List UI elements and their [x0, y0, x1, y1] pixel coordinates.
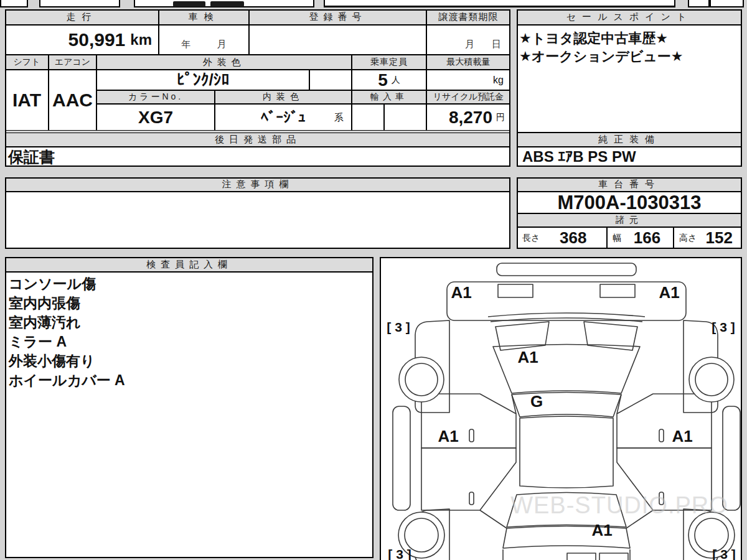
spec-width-value: 166 [621, 228, 673, 248]
aircon-header: エアコン [49, 55, 96, 70]
inspector-header: 検査員記入欄 [5, 257, 374, 272]
mark-tire-front-right: [ 3 ] [712, 320, 735, 334]
later-parts-header: 後日発送部品 [5, 133, 510, 147]
color-no-value: XG7 [96, 104, 215, 131]
spec-height-label: 高さ [674, 233, 697, 244]
mark-tire-rear-right: [ 3 ] [712, 547, 735, 560]
mark-door-left: A1 [438, 427, 458, 446]
interior-color-value: ﾍﾞｰｼﾞｭ 系 [215, 104, 352, 131]
transfer-deadline-value: 月 日 [426, 25, 510, 55]
interior-color-text: ﾍﾞｰｼﾞｭ [261, 109, 306, 126]
windshield [512, 393, 621, 418]
watermark: WEB-STUDIO.PRO [510, 492, 728, 518]
equipment-header: 純正装備 [517, 133, 742, 147]
inspector-item: 室内内張傷 [6, 294, 373, 313]
import-car-cell-2 [384, 104, 426, 131]
inspector-box: コンソール傷 室内内張傷 室内薄汚れ ミラー A 外装小傷有り ホイールカバー … [5, 272, 374, 558]
exterior-color-extra-cell [309, 70, 352, 90]
mileage-value: 50,991 km [5, 25, 159, 55]
shift-header: シフト [5, 55, 49, 70]
mark-windshield: G [530, 392, 543, 411]
recycle-deposit-number: 8,270 [449, 108, 492, 128]
maxload-unit: kg [493, 75, 504, 86]
car-diagram: WEB-STUDIO.PRO A1 A1 A1 G A1 A1 A1 [ 3 ]… [380, 257, 742, 560]
shift-value: IAT [5, 70, 49, 131]
registration-header: 登録番号 [249, 9, 426, 25]
spec-width: 幅 166 [607, 227, 674, 249]
exterior-color-header: 外装色 [96, 55, 352, 70]
mark-rear: A1 [591, 521, 612, 539]
sales-point-item: ★オークションデビュー★ [517, 47, 741, 65]
notes-header: 注意事項欄 [5, 177, 510, 192]
later-parts-value: 保証書 [5, 147, 510, 167]
cut-off-text-fragment [210, 1, 244, 7]
sales-point-item: ★トヨタ認定中古車歴★ [517, 29, 741, 47]
equipment-value: ABS ｴｱB PS PW [517, 147, 742, 167]
chassis-value: M700A-1030313 [517, 192, 742, 213]
transfer-month-label: 月 [465, 39, 474, 50]
door-handle [469, 429, 474, 442]
mileage-header: 走行 [5, 9, 159, 25]
front-plate-right [600, 284, 635, 297]
mark-door-right: A1 [672, 427, 692, 446]
recycle-deposit-header: リサイクル預託金 [426, 90, 510, 104]
grille-line [491, 318, 642, 322]
notes-box [5, 192, 510, 249]
rear-bumper-notch-left [567, 553, 596, 560]
mileage-unit: km [130, 31, 152, 49]
shaken-year-label: 年 [182, 39, 191, 50]
interior-color-header: 内装色 [215, 90, 352, 104]
spec-length-label: 長さ [517, 233, 540, 244]
hood [493, 345, 640, 394]
front-door-left [421, 394, 516, 448]
cut-off-cell [0, 0, 28, 7]
mark-hood: A1 [517, 348, 538, 366]
mark-front-bumper-right: A1 [659, 283, 679, 302]
mark-tire-front-left: [ 3 ] [387, 320, 410, 334]
inspector-item: コンソール傷 [6, 274, 373, 294]
cut-off-cell [688, 0, 710, 7]
grille-line [488, 313, 645, 317]
spec-height-value: 152 [697, 228, 741, 248]
mark-front-bumper-left: A1 [451, 283, 471, 302]
inspector-item: 室内薄汚れ [6, 313, 373, 332]
chassis-header: 車台番号 [517, 177, 742, 192]
interior-color-suffix: 系 [334, 112, 344, 124]
cut-off-cell [710, 0, 744, 7]
spec-length: 長さ 368 [517, 227, 607, 249]
inspector-item: ホイールカバー A [6, 371, 373, 390]
mark-tire-rear-left: [ 3 ] [388, 547, 411, 560]
recycle-deposit-unit: 円 [496, 112, 505, 123]
sales-points-box: ★トヨタ認定中古車歴★ ★オークションデビュー★ [517, 25, 742, 133]
door-handle [469, 492, 474, 505]
capacity-number: 5 [378, 70, 388, 90]
door-handle [659, 429, 664, 442]
auction-sheet: 走行 車検 登録番号 譲渡書類期限 50,991 km 年 月 月 日 シフト … [0, 0, 747, 560]
registration-value [249, 25, 426, 55]
inspector-item: ミラー A [6, 332, 373, 352]
cut-off-text-fragment [173, 1, 205, 7]
import-car-header: 輸入車 [352, 90, 426, 104]
color-no-header: カラーNo. [96, 90, 215, 104]
cut-off-cell [39, 0, 120, 7]
capacity-value: 5 人 [352, 70, 426, 90]
recycle-deposit-value: 8,270 円 [426, 104, 510, 131]
mileage-number: 50,991 [68, 29, 126, 50]
capacity-unit: 人 [392, 75, 400, 86]
maxload-header: 最大積載量 [426, 55, 510, 70]
front-plate-left [498, 284, 533, 297]
spec-height: 高さ 152 [674, 227, 742, 249]
roof-strip [497, 263, 636, 276]
transfer-day-label: 日 [492, 39, 501, 50]
spec-width-label: 幅 [608, 233, 621, 244]
capacity-header: 乗車定員 [352, 55, 426, 70]
import-car-cell-1 [352, 104, 384, 131]
exterior-color-value: ﾋﾟﾝｸ/ｼﾛ [96, 70, 309, 90]
rear-bumper-notch-right [599, 553, 628, 560]
cut-off-cell [324, 0, 675, 7]
aircon-value: AAC [49, 70, 96, 131]
shaken-header: 車検 [159, 9, 249, 25]
a-pillars [512, 394, 621, 414]
roof-panel [520, 416, 613, 488]
front-bumper [447, 282, 686, 320]
